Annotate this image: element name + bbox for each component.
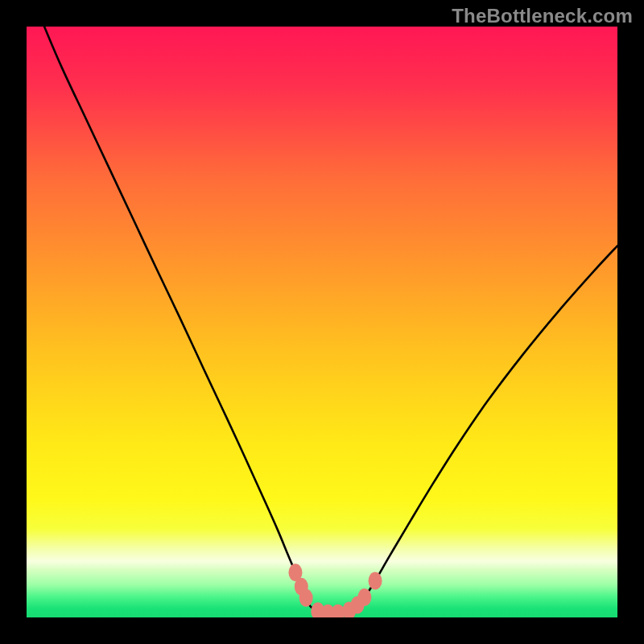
chart-frame: TheBottleneck.com (0, 0, 644, 644)
curve-marker (357, 588, 371, 606)
curve-marker (299, 589, 313, 607)
watermark-text: TheBottleneck.com (452, 5, 633, 27)
curve-marker (369, 572, 382, 589)
chart-svg (27, 27, 617, 617)
plot-area (27, 27, 617, 617)
gradient-background (27, 27, 617, 617)
